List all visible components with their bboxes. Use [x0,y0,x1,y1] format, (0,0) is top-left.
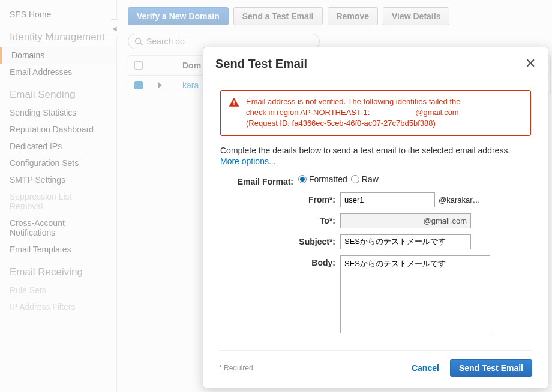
to-input[interactable]: @gmail.com [340,213,471,228]
error-line1: Email address is not verified. The follo… [246,97,460,107]
submit-send-test-email-button[interactable]: Send Test Email [450,359,532,377]
label-from: From*: [220,192,340,204]
modal-description: Complete the details below to send a tes… [220,146,531,155]
error-alert: Email address is not verified. The follo… [220,90,531,136]
body-textarea[interactable]: SESからのテストメールです [340,255,490,333]
label-email-format: Email Format: [220,174,298,186]
send-test-email-modal: Send Test Email ✕ Email address is not v… [203,47,548,388]
label-to: To*: [220,213,340,225]
from-input[interactable] [340,192,435,207]
error-line3: (Request ID: fa4366ec-5ceb-46f0-ac07-27c… [246,118,460,129]
radio-raw[interactable]: Raw [351,174,379,184]
required-note: * Required [219,364,253,372]
svg-rect-3 [233,104,235,105]
modal-title: Send Test Email [215,57,307,71]
cancel-button[interactable]: Cancel [412,363,439,373]
subject-input[interactable] [340,234,471,249]
radio-formatted[interactable]: Formatted [298,174,347,184]
more-options-link[interactable]: More options... [220,156,276,166]
label-subject: Subject*: [220,234,340,246]
close-icon[interactable]: ✕ [525,56,536,71]
warning-icon [228,97,240,129]
svg-rect-2 [233,101,235,104]
from-domain: @karakar… [439,195,481,204]
label-body: Body: [220,255,340,267]
